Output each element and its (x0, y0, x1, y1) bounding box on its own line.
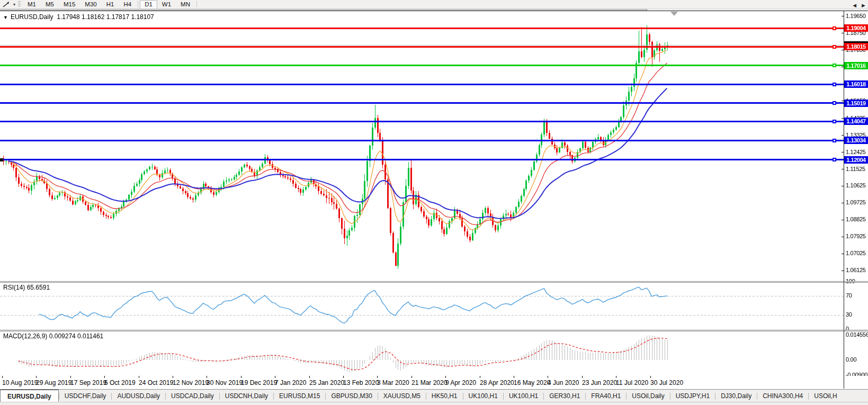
chart-tab-usdchf-daily[interactable]: USDCHF,Daily (59, 390, 112, 402)
date-axis-label: 11 Jul 2020 (616, 379, 648, 386)
date-axis-label: 16 May 2020 (514, 379, 550, 386)
line-anchor-marker[interactable] (833, 26, 836, 30)
timeframe-button-m15[interactable]: M15 (59, 0, 80, 9)
chevron-down-icon[interactable]: ▾ (12, 2, 17, 7)
date-axis-label: 23 Jun 2020 (582, 379, 617, 386)
tab-scroll-right-icon[interactable]: ► (861, 2, 866, 8)
rsi-axis-label: 70 (846, 292, 852, 299)
date-tick-mark (241, 376, 241, 378)
tab-scroll-left-icon[interactable]: ◄ (852, 2, 857, 8)
chart-tab-eurusd-daily[interactable]: EURUSD,Daily (0, 389, 59, 402)
horizontal-level-line[interactable] (0, 102, 844, 104)
date-axis: 10 Aug 201929 Aug 201917 Sep 20195 Oct 2… (0, 376, 868, 389)
timeframe-button-m30[interactable]: M30 (80, 0, 101, 9)
date-tick-mark (173, 376, 173, 378)
line-anchor-marker[interactable] (833, 139, 836, 142)
line-anchor-marker[interactable] (833, 64, 836, 67)
chart-tab-eurusd-m15[interactable]: EURUSD,M15 (274, 390, 325, 402)
chart-tab-uk100-h1[interactable]: UK100,H1 (504, 390, 543, 402)
line-anchor-marker[interactable] (833, 45, 836, 49)
price-axis-label: 1.19650 (846, 13, 866, 19)
timeframe-button-d1[interactable]: D1 (140, 0, 157, 9)
level-price-tag: 1.17016 (844, 62, 868, 69)
date-tick-mark (139, 376, 139, 378)
chart-tab-fra40-h1[interactable]: FRA40,H1 (586, 390, 626, 402)
date-tick-mark (104, 376, 105, 378)
price-axis-label: 1.10625 (846, 182, 866, 188)
date-tick-mark (309, 376, 310, 378)
line-left-handle[interactable] (0, 158, 3, 161)
collapse-triangle-icon[interactable]: ▼ (3, 15, 8, 20)
chart-tab-usdcad-daily[interactable]: USDCAD,Daily (166, 390, 219, 402)
date-axis-label: 30 Jul 2020 (650, 379, 683, 386)
line-anchor-marker[interactable] (833, 158, 836, 161)
horizontal-level-line[interactable] (0, 140, 844, 141)
chart-tab-china300-h4[interactable]: CHINA300,H4 (757, 390, 808, 402)
timeframe-toolbar: ▾ M1M5M15M30H1H4D1W1MN (0, 0, 868, 8)
toolbar-drag-handle[interactable] (18, 1, 21, 7)
ohlc-quote-line: 1.17948 1.18162 1.17817 1.18107 (57, 13, 154, 21)
timeframe-button-h4[interactable]: H4 (119, 0, 136, 9)
date-tick-mark (445, 376, 446, 378)
date-tick-mark (514, 376, 514, 378)
line-anchor-marker[interactable] (833, 83, 836, 86)
chart-tab-usdcnh-daily[interactable]: USDCNH,Daily (220, 390, 273, 402)
timeframe-buttons: M1M5M15M30H1H4D1W1MN (23, 0, 199, 9)
timeframe-button-m5[interactable]: M5 (41, 0, 59, 9)
chart-tab-hk50-h1[interactable]: HK50,H1 (426, 390, 463, 402)
horizontal-level-line[interactable] (0, 84, 844, 85)
date-axis-label: 12 Nov 2019 (173, 379, 209, 386)
chart-tab-uk100-h1[interactable]: UK100,H1 (463, 390, 503, 402)
date-tick-mark (616, 376, 616, 378)
date-tick-mark (207, 376, 207, 378)
chart-tab-xauusd-m5[interactable]: XAUUSD,M5 (378, 390, 426, 402)
chart-tab-gbpusd-m30[interactable]: GBPUSD,M30 (326, 390, 377, 402)
date-axis-label: 21 Mar 2020 (411, 379, 447, 386)
timeframe-button-m1[interactable]: M1 (23, 0, 41, 9)
chart-title: ▼EURUSD,Daily 1.17948 1.18162 1.17817 1.… (3, 13, 154, 21)
pane-splitter-rsi[interactable] (0, 281, 868, 283)
date-axis-label: 30 Nov 2019 (207, 379, 243, 386)
horizontal-level-line[interactable] (0, 46, 844, 48)
chart-tab-bar: EURUSD,DailyUSDCHF,DailyAUDUSD,DailyUSDC… (0, 389, 868, 402)
date-axis-label: 4 Jun 2020 (548, 379, 579, 386)
chart-tab-audusd-daily[interactable]: AUDUSD,Daily (112, 390, 165, 402)
macd-axis-label: 0.014556 (846, 331, 868, 338)
chart-tab-usoil-daily[interactable]: USOil,Daily (627, 390, 669, 402)
timeframe-button-w1[interactable]: W1 (157, 0, 176, 9)
toolbar-separator (196, 1, 197, 7)
price-axis-label: 1.07025 (846, 250, 866, 256)
pane-splitter-macd[interactable] (0, 330, 868, 331)
chart-shift-marker[interactable] (670, 12, 678, 16)
horizontal-level-line[interactable] (0, 121, 844, 122)
price-axis-label: 1.08825 (846, 216, 866, 222)
date-axis-label: 19 Dec 2019 (241, 379, 277, 386)
level-price-tag: 1.15019 (844, 100, 868, 107)
date-axis-label: 7 Jan 2020 (275, 379, 306, 386)
date-tick-mark (343, 376, 344, 378)
price-axis-label: 1.12425 (846, 149, 866, 155)
date-axis-label: 29 Aug 2019 (36, 379, 71, 386)
date-tick-mark (377, 376, 378, 378)
chart-tab-usoil-h[interactable]: USOil,H (809, 390, 842, 402)
horizontal-level-line[interactable] (0, 28, 844, 29)
level-price-tag: 1.12004 (844, 156, 868, 164)
date-tick-mark (480, 376, 480, 378)
cursor-tool-icon[interactable] (0, 1, 12, 8)
tab-scroll-arrows: ◄ ► (852, 2, 866, 8)
date-axis-label: 9 Apr 2020 (445, 379, 476, 386)
timeframe-button-h1[interactable]: H1 (102, 0, 119, 9)
rsi-axis-label: 30 (846, 311, 852, 318)
line-anchor-marker[interactable] (833, 120, 836, 123)
date-tick-mark (2, 376, 3, 378)
timeframe-button-mn[interactable]: MN (176, 0, 195, 9)
level-price-tag: 1.19004 (844, 24, 868, 32)
chart-tab-ger30-h1[interactable]: GER30,H1 (544, 390, 585, 402)
date-axis-label: 25 Jan 2020 (309, 379, 344, 386)
horizontal-level-line[interactable] (0, 159, 844, 160)
chart-tab-dj30-daily[interactable]: DJ30,Daily (715, 390, 757, 402)
level-price-tag: 1.18015 (844, 43, 868, 50)
line-anchor-marker[interactable] (833, 101, 836, 105)
horizontal-level-line[interactable] (0, 65, 844, 66)
chart-tab-usdjpy-h1[interactable]: USDJPY,H1 (670, 390, 715, 402)
